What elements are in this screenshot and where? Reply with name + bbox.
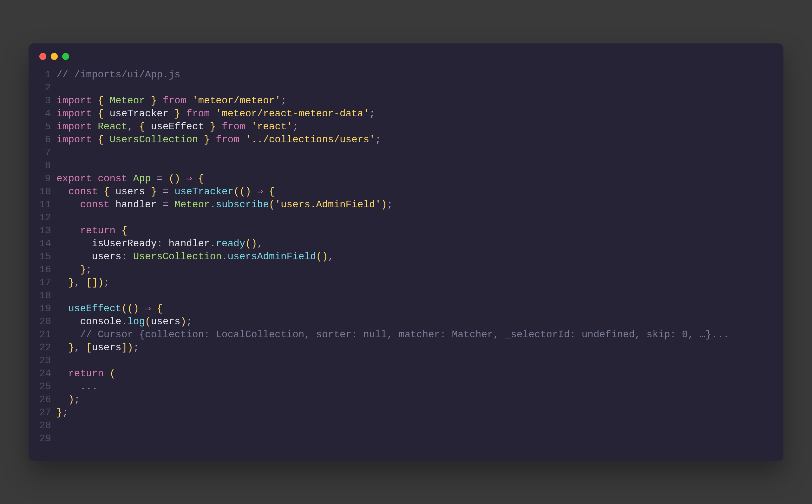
line-number: 15 <box>39 250 56 263</box>
code-content[interactable] <box>56 354 62 367</box>
code-line[interactable]: 2 <box>39 81 773 94</box>
line-number: 16 <box>39 263 56 276</box>
code-line[interactable]: 21 // Cursor {collection: LocalCollectio… <box>39 328 773 341</box>
code-content[interactable]: // /imports/ui/App.js <box>56 68 180 81</box>
code-line[interactable]: 24 return ( <box>39 367 773 380</box>
code-line[interactable]: 23 <box>39 354 773 367</box>
code-line[interactable]: 10 const { users } = useTracker(() ⇒ { <box>39 185 773 198</box>
code-content[interactable] <box>56 432 62 445</box>
code-content[interactable]: ); <box>56 393 80 406</box>
line-number: 21 <box>39 328 56 341</box>
code-content[interactable]: users: UsersCollection.usersAdminField()… <box>56 250 334 263</box>
code-line[interactable]: 20 console.log(users); <box>39 315 773 328</box>
line-number: 7 <box>39 146 56 159</box>
code-content[interactable] <box>56 146 62 159</box>
code-window: 1// /imports/ui/App.js2 3import { Meteor… <box>29 43 783 461</box>
line-number: 11 <box>39 198 56 211</box>
code-line[interactable]: 15 users: UsersCollection.usersAdminFiel… <box>39 250 773 263</box>
line-number: 23 <box>39 354 56 367</box>
line-number: 10 <box>39 185 56 198</box>
code-line[interactable]: 1// /imports/ui/App.js <box>39 68 773 81</box>
line-number: 5 <box>39 120 56 133</box>
line-number: 9 <box>39 172 56 185</box>
code-line[interactable]: 17 }, []); <box>39 276 773 289</box>
code-line[interactable]: 9export const App = () ⇒ { <box>39 172 773 185</box>
code-line[interactable]: 12 <box>39 211 773 224</box>
code-line[interactable]: 29 <box>39 432 773 445</box>
code-content[interactable]: return ( <box>56 367 115 380</box>
code-line[interactable]: 4import { useTracker } from 'meteor/reac… <box>39 107 773 120</box>
code-content[interactable]: useEffect(() ⇒ { <box>56 302 163 315</box>
line-number: 22 <box>39 341 56 354</box>
code-line[interactable]: 5import React, { useEffect } from 'react… <box>39 120 773 133</box>
code-content[interactable] <box>56 211 62 224</box>
code-line[interactable]: 18 <box>39 289 773 302</box>
line-number: 20 <box>39 315 56 328</box>
line-number: 29 <box>39 432 56 445</box>
window-titlebar <box>29 43 783 65</box>
code-line[interactable]: 8 <box>39 159 773 172</box>
code-content[interactable]: }; <box>56 406 68 419</box>
code-content[interactable]: console.log(users); <box>56 315 192 328</box>
line-number: 13 <box>39 224 56 237</box>
zoom-icon[interactable] <box>62 53 69 60</box>
code-content[interactable]: }; <box>56 263 92 276</box>
code-content[interactable]: }, [users]); <box>56 341 139 354</box>
code-content[interactable]: // Cursor {collection: LocalCollection, … <box>56 328 729 341</box>
code-line[interactable]: 25 ... <box>39 380 773 393</box>
line-number: 19 <box>39 302 56 315</box>
code-line[interactable]: 13 return { <box>39 224 773 237</box>
line-number: 26 <box>39 393 56 406</box>
code-content[interactable]: export const App = () ⇒ { <box>56 172 204 185</box>
line-number: 14 <box>39 237 56 250</box>
code-line[interactable]: 28 <box>39 419 773 432</box>
code-editor[interactable]: 1// /imports/ui/App.js2 3import { Meteor… <box>29 65 783 461</box>
code-content[interactable]: import { useTracker } from 'meteor/react… <box>56 107 375 120</box>
line-number: 28 <box>39 419 56 432</box>
line-number: 1 <box>39 68 56 81</box>
code-content[interactable]: }, []); <box>56 276 109 289</box>
line-number: 17 <box>39 276 56 289</box>
line-number: 18 <box>39 289 56 302</box>
code-content[interactable]: isUserReady: handler.ready(), <box>56 237 263 250</box>
code-content[interactable]: ... <box>56 380 98 393</box>
close-icon[interactable] <box>39 53 46 60</box>
code-content[interactable]: return { <box>56 224 127 237</box>
code-line[interactable]: 19 useEffect(() ⇒ { <box>39 302 773 315</box>
code-line[interactable]: 6import { UsersCollection } from '../col… <box>39 133 773 146</box>
code-line[interactable]: 16 }; <box>39 263 773 276</box>
line-number: 3 <box>39 94 56 107</box>
code-content[interactable]: import React, { useEffect } from 'react'… <box>56 120 298 133</box>
line-number: 6 <box>39 133 56 146</box>
code-content[interactable] <box>56 419 62 432</box>
code-line[interactable]: 7 <box>39 146 773 159</box>
minimize-icon[interactable] <box>51 53 58 60</box>
line-number: 12 <box>39 211 56 224</box>
code-content[interactable] <box>56 289 62 302</box>
code-content[interactable] <box>56 159 62 172</box>
code-content[interactable]: const { users } = useTracker(() ⇒ { <box>56 185 275 198</box>
code-line[interactable]: 11 const handler = Meteor.subscribe('use… <box>39 198 773 211</box>
line-number: 24 <box>39 367 56 380</box>
code-content[interactable]: const handler = Meteor.subscribe('users.… <box>56 198 393 211</box>
code-line[interactable]: 26 ); <box>39 393 773 406</box>
code-content[interactable]: import { UsersCollection } from '../coll… <box>56 133 381 146</box>
code-line[interactable]: 3import { Meteor } from 'meteor/meteor'; <box>39 94 773 107</box>
code-line[interactable]: 22 }, [users]); <box>39 341 773 354</box>
line-number: 8 <box>39 159 56 172</box>
line-number: 25 <box>39 380 56 393</box>
code-content[interactable] <box>56 81 62 94</box>
code-content[interactable]: import { Meteor } from 'meteor/meteor'; <box>56 94 287 107</box>
line-number: 4 <box>39 107 56 120</box>
code-line[interactable]: 14 isUserReady: handler.ready(), <box>39 237 773 250</box>
code-line[interactable]: 27}; <box>39 406 773 419</box>
line-number: 2 <box>39 81 56 94</box>
line-number: 27 <box>39 406 56 419</box>
